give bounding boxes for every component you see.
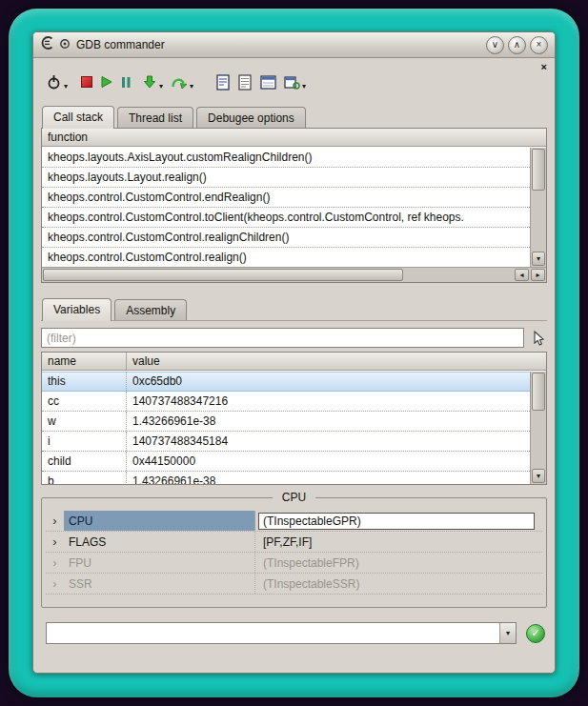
stack-frame-row[interactable]: kheops.control.CustomControl.realignChil… [42, 228, 530, 248]
cpu-groupbox: CPU › CPU (TInspectableGPR) › FLAGS [PF,… [41, 497, 547, 608]
cpu-register-row[interactable]: › CPU (TInspectableGPR) [46, 511, 542, 532]
titlebar[interactable]: GDB commander ∨ ∧ × [33, 32, 555, 58]
variable-name: child [42, 452, 127, 471]
power-dropdown-icon[interactable]: ▾ [64, 82, 68, 91]
mouse-pointer-icon[interactable] [530, 330, 547, 347]
call-stack-panel: function kheops.layouts.AxisLayout.custo… [41, 128, 547, 283]
scroll-left-icon[interactable]: ◂ [515, 269, 529, 281]
expand-icon[interactable]: › [46, 535, 64, 548]
variable-row[interactable]: cc 140737488347216 [42, 392, 530, 412]
show-source-button[interactable] [216, 71, 231, 93]
scrollbar-track[interactable] [531, 192, 546, 251]
windows-dropdown-icon[interactable]: ▾ [302, 82, 306, 91]
variable-name: i [42, 432, 127, 451]
tabpage-edge [41, 320, 547, 321]
register-group-name: SSR [64, 574, 255, 594]
callstack-list: kheops.layouts.AxisLayout.customRealignC… [42, 148, 530, 267]
cpu-register-row[interactable]: › FPU (TInspectableFPR) [46, 553, 542, 574]
stack-frame-row[interactable]: kheops.control.CustomControl.toClient(kh… [42, 208, 530, 228]
register-value-editor[interactable]: (TInspectableGPR) [258, 513, 535, 530]
column-header-function[interactable]: function [42, 129, 546, 146]
show-output-button[interactable] [238, 71, 253, 93]
shade-button[interactable]: ∨ [486, 36, 504, 54]
callstack-horizontal-scrollbar[interactable]: ◂ ▸ [42, 267, 546, 282]
variables-vertical-scrollbar[interactable]: ▾ [530, 372, 546, 484]
callstack-vertical-scrollbar[interactable]: ▾ [530, 148, 546, 267]
step-into-button[interactable] [142, 71, 157, 93]
step-over-dropdown-icon[interactable]: ▾ [190, 82, 193, 91]
power-button[interactable] [46, 71, 62, 93]
scrollbar-thumb[interactable] [532, 149, 545, 191]
tab-thread-list[interactable]: Thread list [117, 107, 193, 128]
expand-icon[interactable]: › [46, 514, 64, 527]
variables-tabbar: Variables Assembly [33, 298, 555, 320]
debug-toolbar: ▾ ▾ ▾ [33, 58, 555, 96]
variable-value: 1.43266961e-38 [127, 412, 530, 431]
scrollbar-thumb[interactable] [532, 373, 545, 411]
register-group-name: FPU [64, 553, 255, 573]
maximize-button[interactable]: ∧ [508, 36, 526, 54]
variable-row[interactable]: b 1.43266961e-38 [42, 472, 530, 484]
scrollbar-thumb[interactable] [43, 269, 403, 281]
filter-row [41, 328, 547, 348]
app-icon [40, 35, 55, 54]
column-header-name[interactable]: name [42, 353, 127, 370]
command-combobox[interactable]: ▾ [46, 622, 517, 644]
cpu-register-row[interactable]: › SSR (TInspectableSSR) [46, 574, 542, 595]
tab-assembly[interactable]: Assembly [114, 299, 187, 320]
expand-icon[interactable]: › [46, 556, 64, 569]
show-memory-button[interactable] [260, 71, 276, 93]
callstack-tabbar: Call stack Thread list Debugee options [33, 106, 555, 128]
variables-header: name value [42, 353, 546, 371]
variable-value: 140737488345184 [127, 432, 530, 451]
run-button[interactable] [98, 71, 113, 93]
variable-value: 0x44150000 [127, 452, 530, 471]
stop-icon [81, 76, 92, 88]
cpu-register-row[interactable]: › FLAGS [PF,ZF,IF] [46, 532, 542, 553]
scroll-right-icon[interactable]: ▸ [531, 269, 545, 281]
step-over-button[interactable] [171, 71, 188, 93]
register-group-name: FLAGS [64, 532, 255, 552]
scroll-down-icon[interactable]: ▾ [532, 469, 545, 483]
scroll-down-icon[interactable]: ▾ [532, 252, 545, 266]
scrollbar-track[interactable] [531, 412, 546, 468]
dock-close-button[interactable]: × [541, 61, 547, 72]
check-icon: ✓ [531, 628, 539, 638]
stack-frame-row[interactable]: kheops.control.CustomControl.realign() [42, 248, 530, 267]
scrollbar-track[interactable] [404, 268, 514, 282]
register-group-value: (TInspectableFPR) [255, 556, 542, 570]
variable-row[interactable]: i 140737488345184 [42, 432, 530, 452]
expand-icon[interactable]: › [46, 577, 64, 590]
close-button[interactable]: × [530, 36, 548, 54]
variable-value: 140737488347216 [127, 392, 530, 411]
pause-button[interactable] [119, 71, 132, 93]
callstack-header: function [42, 129, 546, 147]
register-group-value: (TInspectableSSR) [255, 577, 542, 591]
show-windows-button[interactable] [284, 71, 300, 93]
register-group-name: CPU [64, 511, 255, 531]
column-header-value[interactable]: value [127, 353, 546, 370]
stop-button[interactable] [81, 71, 92, 93]
stack-frame-row[interactable]: kheops.control.CustomControl.endRealign(… [42, 188, 530, 208]
variable-value: 1.43266961e-38 [127, 472, 530, 484]
execute-button[interactable]: ✓ [526, 624, 545, 643]
client-area: × ▾ ▾ ▾ [33, 58, 555, 673]
step-into-dropdown-icon[interactable]: ▾ [159, 82, 163, 91]
command-row: ▾ ✓ [46, 622, 545, 644]
variable-name: cc [42, 392, 127, 411]
combo-dropdown-icon[interactable]: ▾ [499, 623, 516, 643]
variable-name: this [42, 373, 127, 391]
register-group-value: [PF,ZF,IF] [255, 535, 542, 549]
tab-variables[interactable]: Variables [42, 298, 112, 321]
pin-icon[interactable] [59, 36, 71, 53]
stack-frame-row[interactable]: kheops.layouts.AxisLayout.customRealignC… [42, 148, 530, 168]
variable-row[interactable]: w 1.43266961e-38 [42, 412, 530, 432]
stack-frame-row[interactable]: kheops.layouts.Layout.realign() [42, 168, 530, 188]
variable-row[interactable]: child 0x44150000 [42, 452, 530, 472]
variable-row[interactable]: this 0xc65db0 [42, 372, 530, 392]
tab-call-stack[interactable]: Call stack [42, 106, 114, 129]
cpu-groupbox-title: CPU [42, 491, 546, 504]
filter-input[interactable] [41, 328, 524, 348]
tab-debugee-options[interactable]: Debugee options [196, 107, 306, 128]
command-input[interactable] [47, 623, 499, 643]
